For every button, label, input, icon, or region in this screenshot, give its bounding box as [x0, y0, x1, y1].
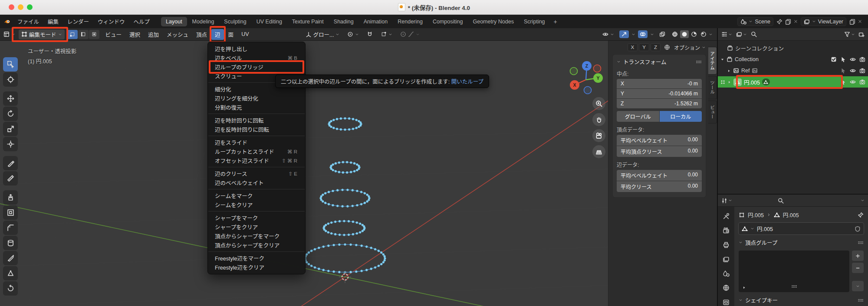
outliner-filter-mode[interactable] [736, 31, 747, 37]
knife-tool-button[interactable] [3, 251, 18, 265]
blender-logo-icon[interactable] [4, 19, 10, 25]
workspace-tab[interactable]: Texture Paint [287, 17, 329, 26]
workspace-tab[interactable]: Animation [359, 17, 393, 26]
pin-icon[interactable] [776, 19, 783, 25]
workspace-tab[interactable]: Rendering [393, 17, 427, 26]
menubar-item[interactable]: ヘルプ [129, 16, 155, 27]
delete-scene-button[interactable] [794, 20, 798, 23]
measure-tool-button[interactable] [3, 171, 18, 186]
solid-shading-button[interactable] [680, 30, 689, 38]
mirror-z-button[interactable]: Z [651, 43, 661, 51]
chevron-down-icon[interactable] [631, 33, 635, 36]
gizmos-toggle[interactable] [619, 30, 629, 38]
new-collection-icon[interactable] [858, 31, 865, 37]
new-scene-button[interactable] [785, 19, 791, 25]
output-properties-tab[interactable] [723, 241, 730, 250]
xray-toggle[interactable] [657, 30, 668, 38]
viewport-menu-item[interactable]: 頂点 [193, 29, 210, 40]
editor-type-button[interactable] [3, 30, 16, 38]
transform-tool-button[interactable] [3, 137, 18, 151]
zoom-button[interactable] [592, 97, 605, 110]
snap-settings-dropdown[interactable] [378, 30, 395, 38]
vertex-data-field[interactable]: 平均ベベルウェイト0.00 [617, 135, 702, 146]
menubar-item[interactable]: ファイル [13, 16, 43, 27]
edge-menu-item[interactable]: 辺をスライド [208, 138, 305, 147]
rotate-tool-button[interactable] [3, 107, 18, 121]
ref-row[interactable]: Ref [718, 65, 868, 76]
viewport-menu-item[interactable]: 選択 [126, 29, 144, 40]
search-icon[interactable] [751, 31, 757, 37]
object-properties-tab[interactable] [723, 299, 730, 306]
vertex-select-button[interactable] [67, 30, 78, 39]
drag-handle-icon[interactable] [858, 297, 864, 303]
selectable-icon[interactable] [840, 68, 846, 74]
edge-menu-item[interactable]: 辺をベベル⌘ B [208, 53, 305, 62]
median-field[interactable]: Y-0.014066 m [617, 89, 702, 98]
vertex-group-panel-header[interactable]: 頂点グループ [739, 238, 864, 247]
workspace-tab[interactable]: Sculpting [219, 17, 251, 26]
viewport-canvas-area[interactable]: ユーザー・透視投影 (1) 円.005 Z Y X [0, 41, 717, 306]
edge-menu-item[interactable]: 辺のベベルウェイト [208, 178, 305, 187]
snap-toggle[interactable] [364, 30, 375, 38]
mesh-object-row[interactable]: 円.005 [718, 76, 868, 88]
cursor-tool-button[interactable] [3, 72, 18, 87]
new-viewlayer-button[interactable] [849, 19, 855, 25]
bevel-tool-button[interactable] [3, 221, 18, 235]
overlays-toggle[interactable] [638, 30, 648, 38]
options-dropdown[interactable]: オプション [674, 44, 706, 51]
edge-menu-item[interactable]: 辺のクリース⇧ E [208, 169, 305, 178]
hide-render-icon[interactable] [859, 56, 865, 62]
fake-user-shield-icon[interactable] [855, 226, 861, 232]
workspace-tab[interactable]: Compositing [428, 17, 467, 26]
search-icon[interactable] [778, 198, 784, 204]
edge-menu-item[interactable]: Freestyle辺をクリア [208, 263, 305, 272]
workspace-tab[interactable]: Layout [161, 17, 187, 26]
face-select-button[interactable] [89, 30, 99, 39]
drag-handle-icon[interactable] [858, 240, 864, 246]
workspace-tab[interactable]: UV Editing [252, 17, 287, 26]
median-field[interactable]: X-0 m [617, 79, 702, 88]
breadcrumb-object[interactable]: 円.005 [748, 211, 764, 219]
close-window-button[interactable] [9, 4, 14, 10]
selectable-icon[interactable] [840, 56, 846, 62]
edge-menu-item[interactable]: 辺ループのブリッジ [208, 62, 305, 72]
tweak-tool-button[interactable] [3, 57, 18, 72]
edge-menu-item[interactable]: シームをクリア [208, 200, 305, 209]
poly-build-tool-button[interactable] [3, 266, 18, 280]
edge-menu-item[interactable]: Freestyle辺をマーク [208, 254, 305, 263]
mirror-x-button[interactable]: X [628, 43, 638, 51]
mode-dropdown[interactable]: 編集モード [19, 29, 65, 39]
inset-faces-tool-button[interactable] [3, 205, 18, 220]
navigation-gizmo[interactable]: Z Y X [568, 60, 604, 96]
hide-viewport-icon[interactable] [850, 56, 856, 62]
world-properties-tab[interactable] [723, 284, 730, 293]
vertex-rings[interactable] [304, 117, 386, 273]
sidebar-tab[interactable]: アイテム [708, 47, 717, 75]
tool-properties-tab[interactable] [723, 213, 730, 221]
edge-menu-item[interactable]: 辺を時計回りに回転 [208, 116, 305, 125]
render-properties-tab[interactable] [723, 227, 730, 236]
edge-menu-item[interactable]: ループカットとスライド⌘ R [208, 147, 305, 156]
exclude-checkbox[interactable] [831, 56, 837, 62]
delete-viewlayer-button[interactable] [858, 20, 862, 23]
remove-vertex-group-button[interactable] [852, 263, 864, 273]
breadcrumb-data[interactable]: 円.005 [783, 211, 799, 219]
annotate-tool-button[interactable] [3, 156, 18, 170]
globe-icon[interactable] [664, 44, 670, 50]
add-vertex-group-button[interactable] [852, 251, 864, 261]
edge-select-button[interactable] [78, 30, 89, 39]
workspace-tab[interactable]: Modeling [187, 17, 219, 26]
expand-icon[interactable] [727, 69, 731, 73]
workspace-tab[interactable]: Geometry Nodes [468, 17, 518, 26]
edge-data-field[interactable]: 平均クリース0.00 [617, 181, 702, 192]
shape-key-panel-header[interactable]: シェイプキー [739, 296, 864, 304]
local-button[interactable]: ローカル [660, 111, 702, 122]
wireframe-shading-button[interactable] [671, 30, 679, 38]
expand-icon[interactable] [727, 80, 731, 84]
spin-tool-button[interactable] [3, 281, 18, 296]
zoom-window-button[interactable] [27, 4, 33, 10]
viewport-menu-item[interactable]: 追加 [145, 29, 162, 40]
hide-viewport-icon[interactable] [850, 68, 856, 74]
edge-data-field[interactable]: 平均ベベルウェイト0.00 [617, 170, 702, 181]
scale-tool-button[interactable] [3, 122, 18, 136]
